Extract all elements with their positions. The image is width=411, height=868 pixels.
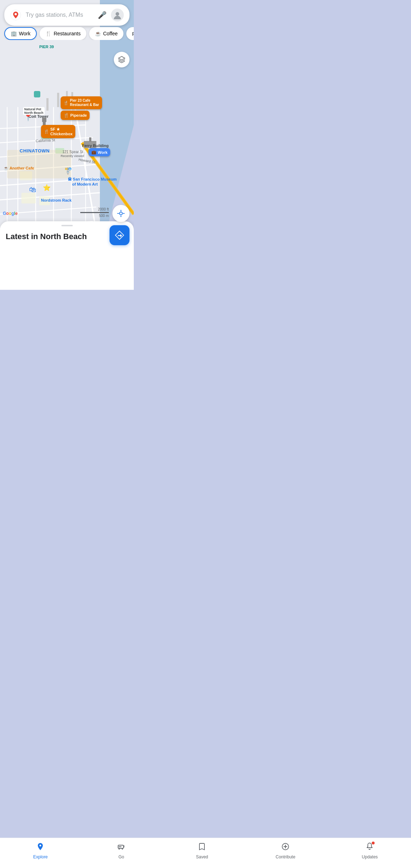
coffee-icon: ☕: [95, 31, 101, 36]
ferry-building-label: Ferry Building: [82, 143, 109, 148]
chip-work-label: Work: [19, 31, 30, 36]
chip-restaurants-label: Restaurants: [54, 31, 80, 36]
location-button[interactable]: [112, 205, 130, 222]
chip-restaurants[interactable]: 🍴 Restaurants: [40, 27, 86, 40]
user-avatar[interactable]: [111, 9, 124, 21]
shopping-pin-2[interactable]: 🛍: [29, 186, 36, 194]
work-pin[interactable]: 💼 Work: [88, 148, 110, 156]
search-container: Try gas stations, ATMs 🎤: [0, 0, 134, 26]
chip-coffee-label: Coffee: [103, 31, 118, 36]
layers-icon: [118, 56, 126, 64]
sheet-handle: [61, 225, 73, 226]
recently-viewed-label: Recently viewed: [61, 154, 84, 158]
mic-icon[interactable]: 🎤: [98, 11, 107, 19]
svg-marker-38: [118, 56, 125, 60]
pier23-marker[interactable]: 🍴 Pier 23 CafeRestaurant & Bar: [61, 96, 102, 109]
search-bar[interactable]: Try gas stations, ATMs 🎤: [4, 4, 130, 26]
svg-point-37: [116, 12, 119, 16]
google-logo: Google: [3, 211, 17, 216]
layers-button[interactable]: [114, 52, 130, 67]
filter-chips: 🏢 Work 🍴 Restaurants ☕ Coffee P Parking: [0, 27, 134, 40]
another-cafe-label: ☕ Another Cafe: [4, 166, 34, 171]
chinatown-label: CHINATOWN: [20, 148, 50, 153]
parking-icon: P: [132, 31, 134, 37]
nordstrom-label: Nordstrom Rack: [41, 198, 72, 202]
restaurants-icon: 🍴: [45, 31, 51, 36]
search-placeholder[interactable]: Try gas stations, ATMs: [26, 12, 93, 18]
google-maps-icon: [10, 9, 21, 21]
scale-bar: 2000 ft 500 m: [80, 207, 109, 218]
chickenbox-marker[interactable]: 🍴 SF ★Chickenbox: [41, 125, 75, 138]
svg-rect-31: [89, 137, 91, 142]
svg-rect-24: [46, 98, 49, 111]
svg-rect-32: [34, 91, 40, 97]
piperade-marker[interactable]: 🍴 Piperade: [61, 111, 90, 120]
bus-stop: 🚏: [64, 167, 72, 175]
sfmoma-label: 🏛 San Francisco Museum of Modern Art: [68, 177, 117, 187]
chip-parking[interactable]: P Parking: [126, 27, 134, 40]
work-icon: 🏢: [11, 31, 17, 36]
pier39-label: PIER 39: [39, 45, 54, 49]
spear-st-label: 121 Spear St: [62, 150, 83, 154]
starred-pin[interactable]: ⭐: [43, 184, 51, 192]
directions-button[interactable]: [110, 225, 130, 245]
chip-work[interactable]: 🏢 Work: [4, 27, 37, 40]
directions-icon: [115, 230, 125, 240]
natural-pet-label: Natural PetNorth Beach: [23, 107, 45, 115]
svg-point-35: [15, 13, 17, 15]
svg-point-39: [120, 212, 122, 215]
svg-rect-22: [21, 193, 36, 203]
chip-coffee[interactable]: ☕ Coffee: [89, 27, 123, 40]
svg-rect-25: [57, 93, 59, 107]
location-icon: [117, 209, 125, 218]
